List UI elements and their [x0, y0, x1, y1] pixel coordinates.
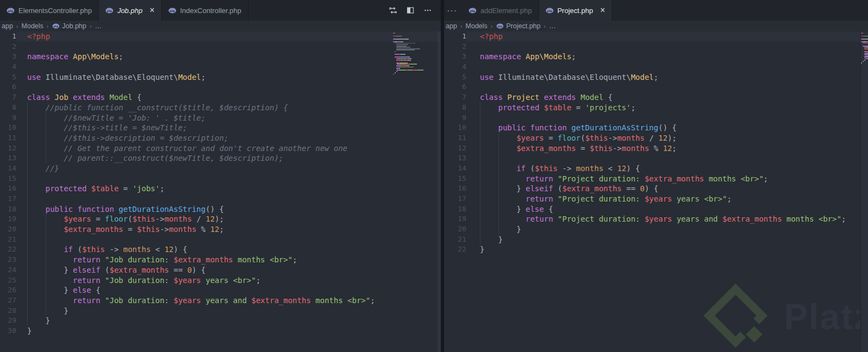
line-number[interactable]: 4 [444, 62, 466, 72]
line-number[interactable]: 5 [444, 72, 466, 83]
line-number[interactable]: 28 [0, 306, 16, 316]
line-number[interactable]: 14 [444, 164, 466, 174]
line-number[interactable]: 9 [444, 113, 466, 123]
code-line[interactable]: 14//} [0, 164, 441, 174]
tab-project-php[interactable]: phpProject.php× [539, 0, 612, 21]
line-number[interactable]: 17 [444, 194, 466, 204]
close-icon[interactable]: × [149, 6, 154, 15]
code-line[interactable]: 16} elseif ($extra_months == 0) { [444, 184, 868, 194]
code-line[interactable]: 21} [444, 235, 868, 245]
code-line[interactable]: 20} [444, 224, 868, 235]
code-line[interactable]: 9//$newTitle = 'Job: ' . $title; [0, 113, 441, 123]
code-line[interactable]: 2 [444, 42, 868, 52]
code-line[interactable]: 10public function getDurationAsString() … [444, 123, 868, 133]
code-line[interactable]: 24} elseif ($extra_months == 0) { [0, 265, 441, 275]
code-line[interactable]: 3namespace App\Models; [0, 52, 441, 62]
line-number[interactable]: 23 [0, 255, 16, 265]
line-number[interactable]: 2 [444, 42, 466, 52]
breadcrumb-item--[interactable]: … [549, 22, 556, 30]
line-number[interactable]: 17 [0, 194, 16, 204]
line-number[interactable]: 25 [0, 275, 16, 286]
line-number[interactable]: 3 [0, 52, 16, 62]
line-number[interactable]: 4 [0, 62, 16, 72]
breadcrumb-item-job-php[interactable]: phpJob.php [52, 22, 86, 30]
line-number[interactable]: 7 [444, 92, 466, 103]
code-line[interactable]: 2 [0, 42, 441, 52]
close-icon[interactable]: × [600, 6, 605, 15]
breadcrumb-item-models[interactable]: Models [22, 22, 43, 30]
minimap[interactable] [393, 33, 435, 75]
line-number[interactable]: 8 [0, 103, 16, 113]
line-number[interactable]: 21 [0, 235, 16, 245]
code-line[interactable]: 9 [444, 113, 868, 123]
code-line[interactable]: 7class Job extends Model { [0, 92, 441, 103]
code-line[interactable]: 26} else { [0, 285, 441, 296]
line-number[interactable]: 13 [444, 153, 466, 164]
line-number[interactable]: 15 [444, 174, 466, 184]
code-line[interactable]: 19$years = floor($this->months / 12); [0, 214, 441, 224]
code-line[interactable]: 18} else { [444, 204, 868, 215]
line-number[interactable]: 9 [0, 113, 16, 123]
line-number[interactable]: 10 [0, 123, 16, 133]
scrollbar[interactable] [438, 32, 441, 352]
line-number[interactable]: 29 [0, 316, 16, 326]
code-line[interactable]: 18public function getDurationAsString() … [0, 204, 441, 215]
tab-elementscontroller-php[interactable]: phpElementsController.php [0, 0, 99, 21]
line-number[interactable]: 3 [444, 52, 466, 62]
code-line[interactable]: 8//public function __construct($title, $… [0, 103, 441, 113]
line-number[interactable]: 16 [444, 184, 466, 194]
breadcrumb-item-models[interactable]: Models [466, 22, 487, 30]
code-line[interactable]: 10//$this->title = $newTitle; [0, 123, 441, 133]
code-line[interactable]: 6 [0, 82, 441, 92]
code-line[interactable]: 6 [444, 82, 868, 92]
line-number[interactable]: 8 [444, 103, 466, 113]
line-number[interactable]: 13 [0, 153, 16, 164]
line-number[interactable]: 30 [0, 326, 16, 336]
code-line[interactable]: 13// parent::__construct($newTitle, $des… [0, 153, 441, 164]
breadcrumb-item-app[interactable]: app [2, 22, 13, 30]
code-line[interactable]: 15 [0, 174, 441, 184]
line-number[interactable]: 16 [0, 184, 16, 194]
code-editor-left[interactable]: 1<?php23namespace App\Models;45use Illum… [0, 32, 441, 352]
code-line[interactable]: 28} [0, 306, 441, 316]
code-line[interactable]: 15 return "Project duration: $extra_mont… [444, 174, 868, 184]
line-number[interactable]: 12 [0, 143, 16, 154]
code-line[interactable]: 17 [0, 194, 441, 204]
code-line[interactable]: 8protected $table = 'projects'; [444, 103, 868, 113]
code-line[interactable]: 14if ($this -> months < 12) { [444, 164, 868, 174]
line-number[interactable]: 10 [444, 123, 466, 133]
code-line[interactable]: 5use Illuminate\Database\Eloquent\Model; [0, 72, 441, 83]
line-number[interactable]: 1 [444, 32, 466, 42]
code-line[interactable]: 19 return "Project duration: $years year… [444, 214, 868, 224]
line-number[interactable]: 15 [0, 174, 16, 184]
code-line[interactable]: 17 return "Project duration: $years year… [444, 194, 868, 204]
more-actions-icon[interactable] [423, 6, 432, 15]
code-line[interactable]: 21 [0, 235, 441, 245]
line-number[interactable]: 1 [0, 32, 16, 42]
code-line[interactable]: 11$years = floor($this->months / 12); [444, 133, 868, 143]
line-number[interactable]: 18 [444, 204, 466, 215]
minimap[interactable] [860, 32, 868, 352]
line-number[interactable]: 18 [0, 204, 16, 215]
code-line[interactable]: 12$extra_months = $this->months % 12; [444, 143, 868, 154]
tab-overflow-dots[interactable]: ··· [444, 7, 462, 15]
line-number[interactable]: 2 [0, 42, 16, 52]
code-line[interactable]: 16protected $table = 'jobs'; [0, 184, 441, 194]
breadcrumb-item--[interactable]: … [95, 22, 102, 30]
tab-addelement-php[interactable]: phpaddElement.php [462, 0, 539, 21]
breadcrumb-item-app[interactable]: app [446, 22, 457, 30]
line-number[interactable]: 6 [0, 82, 16, 92]
code-line[interactable]: 29} [0, 316, 441, 326]
line-number[interactable]: 11 [444, 133, 466, 143]
line-number[interactable]: 21 [444, 235, 466, 245]
code-line[interactable]: 1<?php [444, 32, 868, 42]
open-changes-icon[interactable] [389, 6, 397, 15]
code-line[interactable]: 12// Get the parent constructor and don'… [0, 143, 441, 154]
line-number[interactable]: 7 [0, 92, 16, 103]
code-line[interactable]: 20$extra_months = $this->months % 12; [0, 224, 441, 235]
line-number[interactable]: 6 [444, 82, 466, 92]
code-line[interactable]: 7class Project extends Model { [444, 92, 868, 103]
line-number[interactable]: 20 [444, 224, 466, 235]
code-line[interactable]: 23 return "Job duration: $extra_months m… [0, 255, 441, 265]
code-line[interactable]: 5use Illuminate\Database\Eloquent\Model; [444, 72, 868, 83]
